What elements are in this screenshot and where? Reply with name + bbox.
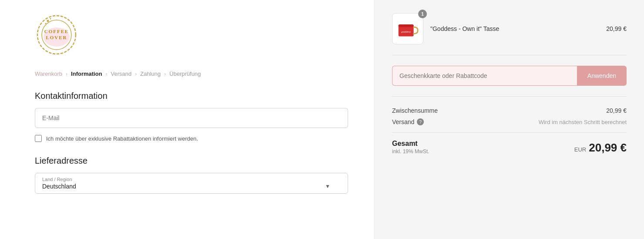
total-currency: EUR [574,146,586,153]
country-value: Deutschland [42,183,76,190]
total-price: 20,99 € [589,141,627,155]
apply-discount-button[interactable]: Anwenden [577,66,627,86]
shipping-info-icon[interactable]: ? [417,118,424,125]
product-name: "Goddess - Own it" Tasse [430,25,599,32]
svg-text:LOVER: LOVER [46,35,67,40]
product-quantity-badge: 1 [418,10,427,18]
country-select-wrapper[interactable]: Land / Region Deutschland ▼ [35,173,348,194]
chevron-down-icon: ▼ [325,183,330,189]
breadcrumb-zahlung: Zahlung [140,71,161,77]
product-image-wrapper: 1 goddess [392,13,423,44]
subtotal-row: Zwischensumme 20,99 € [392,107,627,114]
product-image: goddess [392,13,423,44]
product-row: 1 goddess "Goddess - Own it" Tasse 20,99… [392,13,627,55]
breadcrumb-information: Information [71,71,102,77]
product-price: 20,99 € [606,25,627,32]
total-row: Gesamt inkl. 19% MwSt. EUR 20,99 € [392,140,627,155]
total-label: Gesamt [392,140,429,148]
svg-text:COFFEE: COFFEE [44,29,69,34]
subtotal-label: Zwischensumme [392,107,438,114]
shipping-value: Wird im nächsten Schritt berechnet [539,119,627,125]
shipping-row: Versand ? Wird im nächsten Schritt berec… [392,118,627,125]
total-divider [392,132,627,133]
svg-rect-10 [399,24,414,27]
breadcrumb-sep-4: › [164,71,166,77]
breadcrumb: Warenkorb › Information › Versand › Zahl… [35,71,348,77]
breadcrumb-sep-3: › [135,71,137,77]
svg-text:goddess: goddess [401,30,411,33]
newsletter-checkbox[interactable] [35,135,42,142]
discount-row: Anwenden [392,66,627,97]
email-input[interactable] [35,108,348,128]
breadcrumb-versand: Versand [111,71,132,77]
svg-point-4 [50,18,51,20]
breadcrumb-sep-1: › [66,71,67,77]
contact-section-title: Kontaktinformation [35,91,348,101]
newsletter-label: Ich möchte über exklusive Rabattaktionen… [46,135,198,142]
address-section-title: Lieferadresse [35,156,348,166]
total-vat-note: inkl. 19% MwSt. [392,148,429,155]
discount-code-input[interactable] [392,66,577,86]
svg-point-2 [47,20,49,22]
subtotal-value: 20,99 € [606,107,627,114]
breadcrumb-sep-2: › [106,71,107,77]
breadcrumb-warenkorb[interactable]: Warenkorb [35,71,62,77]
breadcrumb-uberpruefung: Überprüfung [169,71,201,77]
shipping-label: Versand ? [392,118,424,125]
